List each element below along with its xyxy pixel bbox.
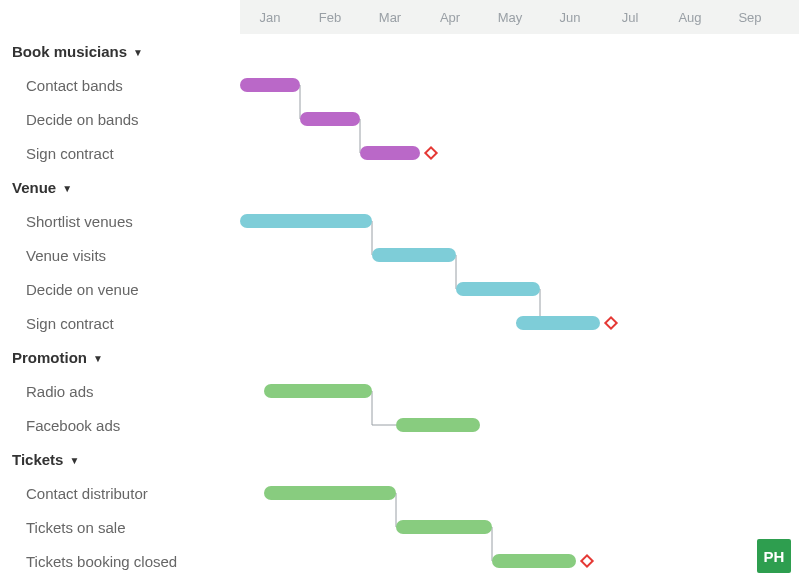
month-label: Feb: [300, 10, 360, 25]
timeline-column: JanFebMarAprMayJunJulAugSep: [240, 0, 799, 581]
gantt-bar[interactable]: [264, 486, 396, 500]
gantt-bar[interactable]: [456, 282, 540, 296]
task-item[interactable]: Shortlist venues: [12, 204, 240, 238]
gantt-bar[interactable]: [240, 214, 372, 228]
month-label: Jan: [240, 10, 300, 25]
group-header[interactable]: Book musicians▼: [12, 34, 240, 68]
caret-down-icon: ▼: [93, 353, 103, 364]
task-item[interactable]: Tickets booking closed: [12, 544, 240, 578]
group-label: Tickets: [12, 451, 63, 468]
task-item[interactable]: Decide on bands: [12, 102, 240, 136]
group-label: Book musicians: [12, 43, 127, 60]
month-label: Aug: [660, 10, 720, 25]
month-label: Jul: [600, 10, 660, 25]
gantt-bar[interactable]: [516, 316, 600, 330]
task-item[interactable]: Facebook ads: [12, 408, 240, 442]
ph-badge[interactable]: PH: [757, 539, 791, 573]
task-item[interactable]: Sign contract: [12, 136, 240, 170]
task-list-column: Book musicians▼Contact bandsDecide on ba…: [0, 0, 240, 581]
group-header[interactable]: Tickets▼: [12, 442, 240, 476]
gantt-bar[interactable]: [396, 418, 480, 432]
group-label: Venue: [12, 179, 56, 196]
caret-down-icon: ▼: [133, 47, 143, 58]
caret-down-icon: ▼: [62, 183, 72, 194]
milestone-icon: [604, 316, 618, 330]
task-item[interactable]: Contact bands: [12, 68, 240, 102]
timeline-header: JanFebMarAprMayJunJulAugSep: [240, 0, 799, 34]
task-item[interactable]: Contact distributor: [12, 476, 240, 510]
group-header[interactable]: Promotion▼: [12, 340, 240, 374]
gantt-bar[interactable]: [372, 248, 456, 262]
month-label: May: [480, 10, 540, 25]
task-item[interactable]: Tickets on sale: [12, 510, 240, 544]
gantt-bar[interactable]: [492, 554, 576, 568]
chart-area: [240, 34, 799, 581]
gantt-bar[interactable]: [300, 112, 360, 126]
group-label: Promotion: [12, 349, 87, 366]
gantt-chart: Book musicians▼Contact bandsDecide on ba…: [0, 0, 799, 581]
task-item[interactable]: Radio ads: [12, 374, 240, 408]
gantt-bar[interactable]: [240, 78, 300, 92]
milestone-icon: [424, 146, 438, 160]
month-label: Mar: [360, 10, 420, 25]
gantt-bar[interactable]: [396, 520, 492, 534]
task-item[interactable]: Decide on venue: [12, 272, 240, 306]
task-item[interactable]: Venue visits: [12, 238, 240, 272]
month-label: Sep: [720, 10, 780, 25]
milestone-icon: [580, 554, 594, 568]
month-label: Jun: [540, 10, 600, 25]
gantt-bar[interactable]: [360, 146, 420, 160]
group-header[interactable]: Venue▼: [12, 170, 240, 204]
month-label: Apr: [420, 10, 480, 25]
caret-down-icon: ▼: [69, 455, 79, 466]
gantt-bar[interactable]: [264, 384, 372, 398]
task-item[interactable]: Sign contract: [12, 306, 240, 340]
